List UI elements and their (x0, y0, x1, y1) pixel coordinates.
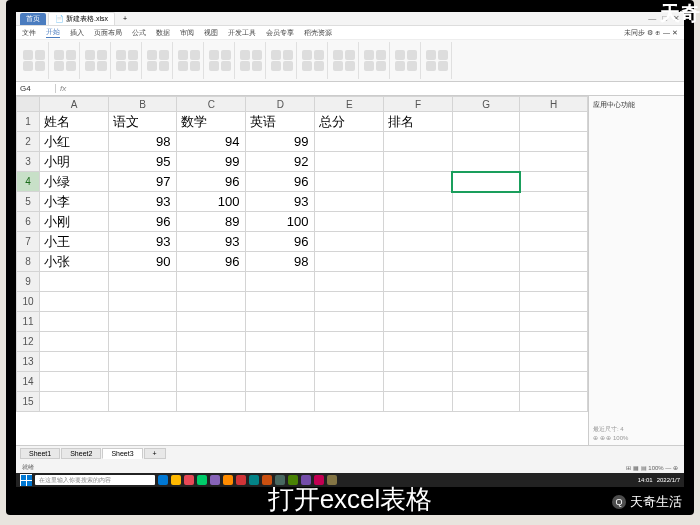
row-header-15[interactable]: 15 (17, 392, 40, 412)
col-header-D[interactable]: D (246, 97, 315, 112)
minimize-button[interactable]: — (648, 14, 656, 23)
sheet-tab-1[interactable]: Sheet2 (61, 448, 101, 459)
ribbon-icon[interactable] (209, 50, 219, 60)
menu-5[interactable]: 数据 (156, 28, 170, 38)
cell-C14[interactable] (177, 372, 246, 392)
cell-A5[interactable]: 小李 (40, 192, 109, 212)
sheet-tab-0[interactable]: Sheet1 (20, 448, 60, 459)
ribbon-icon[interactable] (23, 61, 33, 71)
ribbon-icon[interactable] (426, 61, 436, 71)
row-header-5[interactable]: 5 (17, 192, 40, 212)
row-header-9[interactable]: 9 (17, 272, 40, 292)
ribbon-icon[interactable] (190, 50, 200, 60)
ribbon-icon[interactable] (209, 61, 219, 71)
ribbon-icon[interactable] (178, 50, 188, 60)
cell-A8[interactable]: 小张 (40, 252, 109, 272)
cell-D10[interactable] (246, 292, 315, 312)
menu-6[interactable]: 审阅 (180, 28, 194, 38)
ribbon-icon[interactable] (240, 61, 250, 71)
ribbon-icon[interactable] (314, 61, 324, 71)
cell-F2[interactable] (384, 132, 453, 152)
ribbon-icon[interactable] (35, 50, 45, 60)
ribbon-icon[interactable] (23, 50, 33, 60)
cell-D4[interactable]: 96 (246, 172, 315, 192)
cell-C4[interactable]: 96 (177, 172, 246, 192)
cell-C10[interactable] (177, 292, 246, 312)
row-header-2[interactable]: 2 (17, 132, 40, 152)
cell-H12[interactable] (520, 332, 588, 352)
cell-A7[interactable]: 小王 (40, 232, 109, 252)
row-header-4[interactable]: 4 (17, 172, 40, 192)
col-header-B[interactable]: B (108, 97, 177, 112)
cell-B8[interactable]: 90 (108, 252, 177, 272)
cell-C6[interactable]: 89 (177, 212, 246, 232)
cell-G1[interactable] (452, 112, 520, 132)
taskbar-app-6[interactable] (236, 475, 246, 485)
cell-C11[interactable] (177, 312, 246, 332)
taskbar-app-2[interactable] (184, 475, 194, 485)
cell-F7[interactable] (384, 232, 453, 252)
cell-G14[interactable] (452, 372, 520, 392)
ribbon-icon[interactable] (345, 61, 355, 71)
cell-F13[interactable] (384, 352, 453, 372)
cell-B10[interactable] (108, 292, 177, 312)
menu-0[interactable]: 文件 (22, 28, 36, 38)
menu-right[interactable]: 未同步 ⚙ ⊕ — ✕ (624, 28, 678, 38)
cell-E12[interactable] (315, 332, 384, 352)
cell-D11[interactable] (246, 312, 315, 332)
ribbon-icon[interactable] (128, 61, 138, 71)
cell-E9[interactable] (315, 272, 384, 292)
ribbon-icon[interactable] (147, 50, 157, 60)
cell-C9[interactable] (177, 272, 246, 292)
cell-G6[interactable] (452, 212, 520, 232)
ribbon-icon[interactable] (221, 50, 231, 60)
cell-G4[interactable] (452, 172, 520, 192)
cell-G3[interactable] (452, 152, 520, 172)
cell-E4[interactable] (315, 172, 384, 192)
cell-H1[interactable] (520, 112, 588, 132)
ribbon-icon[interactable] (302, 61, 312, 71)
ribbon-icon[interactable] (128, 50, 138, 60)
ribbon-icon[interactable] (345, 50, 355, 60)
cell-G5[interactable] (452, 192, 520, 212)
cell-B9[interactable] (108, 272, 177, 292)
cell-A9[interactable] (40, 272, 109, 292)
name-box[interactable]: G4 (16, 84, 56, 93)
cell-D1[interactable]: 英语 (246, 112, 315, 132)
cell-B5[interactable]: 93 (108, 192, 177, 212)
ribbon-icon[interactable] (54, 50, 64, 60)
cell-A12[interactable] (40, 332, 109, 352)
tab-new[interactable]: + (117, 14, 133, 23)
ribbon-icon[interactable] (333, 61, 343, 71)
ribbon-icon[interactable] (97, 50, 107, 60)
cell-H13[interactable] (520, 352, 588, 372)
ribbon-icon[interactable] (426, 50, 436, 60)
cell-G13[interactable] (452, 352, 520, 372)
cell-A11[interactable] (40, 312, 109, 332)
cell-A2[interactable]: 小红 (40, 132, 109, 152)
ribbon-icon[interactable] (302, 50, 312, 60)
cell-C3[interactable]: 99 (177, 152, 246, 172)
ribbon-icon[interactable] (333, 50, 343, 60)
ribbon-icon[interactable] (221, 61, 231, 71)
ribbon-icon[interactable] (314, 50, 324, 60)
cell-B2[interactable]: 98 (108, 132, 177, 152)
ribbon-icon[interactable] (283, 61, 293, 71)
ribbon-icon[interactable] (85, 61, 95, 71)
tab-home[interactable]: 首页 (20, 13, 46, 25)
cell-B4[interactable]: 97 (108, 172, 177, 192)
col-header-C[interactable]: C (177, 97, 246, 112)
cell-B3[interactable]: 95 (108, 152, 177, 172)
cell-E8[interactable] (315, 252, 384, 272)
cell-C2[interactable]: 94 (177, 132, 246, 152)
cell-B13[interactable] (108, 352, 177, 372)
cell-E14[interactable] (315, 372, 384, 392)
cell-F4[interactable] (384, 172, 453, 192)
cell-D2[interactable]: 99 (246, 132, 315, 152)
ribbon-icon[interactable] (66, 50, 76, 60)
cell-F9[interactable] (384, 272, 453, 292)
ribbon-icon[interactable] (54, 61, 64, 71)
ribbon-icon[interactable] (283, 50, 293, 60)
taskbar-app-1[interactable] (171, 475, 181, 485)
ribbon-icon[interactable] (159, 61, 169, 71)
